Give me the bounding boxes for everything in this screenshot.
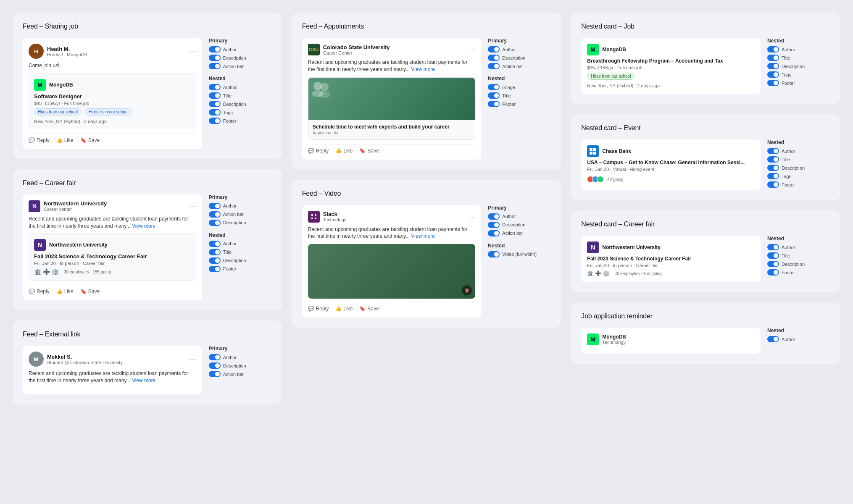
- toggle-nested-author-cf[interactable]: [209, 241, 221, 247]
- reply-button-cf[interactable]: 💬 Reply: [29, 289, 50, 294]
- toggle-nested-title-ncf[interactable]: [767, 252, 779, 259]
- more-options-sharing-job[interactable]: ···: [190, 47, 196, 55]
- card-title-nested-event: Nested card – Event: [581, 124, 830, 132]
- save-button-video[interactable]: 🔖 Save: [359, 306, 379, 312]
- toggle-primary-action-cf[interactable]: [209, 211, 221, 218]
- more-options-video[interactable]: ···: [469, 213, 475, 220]
- toggle-primary-desc-video[interactable]: [488, 222, 500, 228]
- toggle-primary-author-appt[interactable]: [488, 46, 500, 52]
- toggle-primary-action-video[interactable]: [488, 230, 500, 236]
- toggle-primary-desc-cf[interactable]: [209, 220, 221, 226]
- toggle-primary-action-sj[interactable]: [209, 63, 221, 69]
- col-3: Nested card – Job M MongoDB Breakthrough…: [571, 13, 840, 404]
- like-button-cf[interactable]: 👍 Like: [56, 289, 74, 294]
- feed-post-career-fair: N Northwestern University Career center …: [23, 194, 202, 301]
- toggle-nested-author-jar[interactable]: [767, 336, 779, 342]
- like-button-video[interactable]: 👍 Like: [335, 306, 353, 312]
- toggle-nested-author-ncf[interactable]: [767, 244, 779, 250]
- toggle-nested-desc-sj[interactable]: [209, 101, 221, 107]
- toggle-nested-desc-nj[interactable]: [767, 63, 779, 69]
- primary-label-el: Primary: [209, 346, 272, 352]
- feed-post-video: Slack Technology ··· Recent and upcoming…: [302, 205, 482, 318]
- save-button-cf[interactable]: 🔖 Save: [80, 289, 100, 294]
- svg-rect-7: [315, 218, 316, 219]
- toggle-primary-desc-el[interactable]: [209, 362, 221, 369]
- save-icon-video: 🔖: [359, 306, 366, 312]
- toggle-nested-footer-cf[interactable]: [209, 266, 221, 272]
- primary-label-sj: Primary: [209, 38, 272, 44]
- toggle-nested-author-nj[interactable]: [767, 46, 779, 52]
- toggle-nested-author-sj[interactable]: [209, 84, 221, 90]
- post-text-sharing-job: Come join us!: [29, 62, 196, 69]
- toggle-nested-video-fw[interactable]: [488, 251, 500, 257]
- card-title-jar: Job application reminder: [581, 312, 830, 320]
- toggle-nested-tags-ne[interactable]: [767, 173, 779, 179]
- toggle-nested-title-nj[interactable]: [767, 55, 779, 61]
- view-more-video[interactable]: View more: [411, 233, 435, 239]
- toggle-primary-author-cf[interactable]: [209, 203, 221, 209]
- like-button-sharing-job[interactable]: 👍 Like: [56, 137, 74, 143]
- toggle-primary-author-video[interactable]: [488, 213, 500, 220]
- save-button-appt[interactable]: 🔖 Save: [359, 148, 379, 154]
- toggle-nested-footer-ne[interactable]: [767, 181, 779, 188]
- toggle-nested-title-cf[interactable]: [209, 249, 221, 255]
- toggle-primary-action-el[interactable]: [209, 371, 221, 377]
- svg-point-1: [320, 83, 329, 91]
- slack-logo-icon: [311, 213, 317, 220]
- toggle-primary-author-sj[interactable]: [209, 46, 221, 52]
- label-nested-footer-ncf: Footer: [782, 270, 795, 275]
- reply-icon-video: 💬: [308, 306, 314, 312]
- view-more-el[interactable]: View more: [132, 378, 155, 383]
- toggle-nested-footer-ncf[interactable]: [767, 269, 779, 276]
- feed-post-sharing-job: H Heath M. Product · MongoDB ··· Come jo…: [23, 38, 202, 149]
- toggle-nested-title-appt[interactable]: [488, 92, 500, 99]
- label-nested-footer-cf: Footer: [223, 266, 237, 271]
- avatar-mekkel: M: [29, 352, 44, 367]
- more-options-appt[interactable]: ···: [469, 46, 475, 53]
- view-more-appt[interactable]: View more: [411, 66, 435, 72]
- label-nested-title-ncf: Title: [782, 253, 790, 258]
- toggle-nested-image-appt[interactable]: [488, 84, 500, 90]
- toggle-primary-action-appt[interactable]: [488, 63, 500, 69]
- employers-cf: 30 employers · 155 going: [64, 270, 111, 274]
- save-button-sharing-job[interactable]: 🔖 Save: [80, 137, 100, 143]
- author-name-northwestern: Northwestern University: [44, 200, 107, 207]
- toggle-nested-author-ne[interactable]: [767, 148, 779, 154]
- svg-rect-8: [590, 148, 592, 151]
- location-nested-job: New York, NY (Hybrid) · 2 days ago: [587, 83, 755, 88]
- toggle-nested-footer-sj[interactable]: [209, 118, 221, 124]
- toggle-primary-desc-appt[interactable]: [488, 55, 500, 61]
- more-options-el[interactable]: ···: [190, 355, 196, 363]
- toggle-nested-desc-cf[interactable]: [209, 257, 221, 264]
- toggle-nested-desc-ncf[interactable]: [767, 261, 779, 267]
- view-more-cf[interactable]: View more: [132, 223, 155, 229]
- company-name-nwu: Northwestern University: [49, 242, 108, 248]
- controls-nested-cf: Nested Author Title Description Footer: [767, 236, 830, 278]
- reply-button-video[interactable]: 💬 Reply: [308, 306, 329, 312]
- label-primary-author-video: Author: [502, 214, 516, 219]
- reply-button-sharing-job[interactable]: 💬 Reply: [29, 137, 50, 143]
- toggle-nested-footer-nj[interactable]: [767, 80, 779, 86]
- toggle-nested-tags-nj[interactable]: [767, 71, 779, 78]
- label-nested-tags-nj: Tags: [782, 72, 791, 77]
- company-name-chase: Chase Bank: [602, 148, 631, 154]
- reply-icon: 💬: [29, 137, 35, 143]
- toggle-nested-tags-sj[interactable]: [209, 109, 221, 116]
- like-icon-cf: 👍: [56, 289, 63, 294]
- label-nested-tags-sj: Tags: [223, 110, 233, 115]
- more-options-cf[interactable]: ···: [190, 202, 196, 210]
- toggle-nested-footer-appt[interactable]: [488, 101, 500, 107]
- nested-cf-section: N Northwestern University Fall 2023 Scie…: [581, 236, 761, 282]
- label-primary-action-cf: Action bar: [223, 212, 244, 217]
- like-button-appt[interactable]: 👍 Like: [335, 148, 353, 154]
- toggle-nested-desc-ne[interactable]: [767, 165, 779, 171]
- toggle-nested-title-sj[interactable]: [209, 92, 221, 99]
- toggle-primary-desc-sj[interactable]: [209, 55, 221, 61]
- toggle-primary-author-el[interactable]: [209, 354, 221, 360]
- save-icon-cf: 🔖: [80, 289, 87, 294]
- reply-button-appt[interactable]: 💬 Reply: [308, 148, 329, 154]
- card-nested-job: Nested card – Job M MongoDB Breakthrough…: [571, 13, 840, 104]
- card-feed-sharing-job: Feed – Sharing job H Heath M. Product · …: [13, 13, 282, 159]
- toggle-nested-title-ne[interactable]: [767, 156, 779, 163]
- like-icon-appt: 👍: [335, 148, 342, 154]
